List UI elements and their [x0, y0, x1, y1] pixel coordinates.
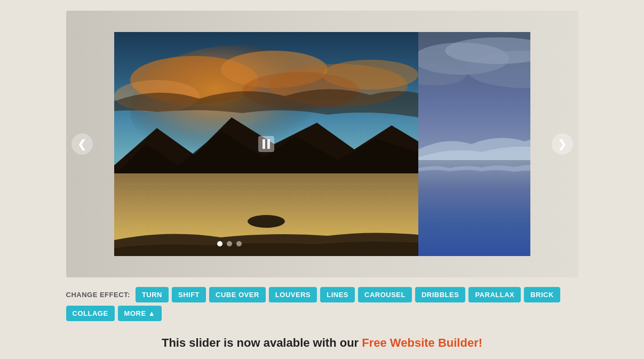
effect-carousel-button[interactable]: CAROUSEL: [358, 287, 412, 302]
effect-shift-button[interactable]: SHIFT: [172, 287, 206, 302]
effect-louvers-button[interactable]: LOUVERS: [269, 287, 317, 302]
prev-arrow[interactable]: ❮: [71, 133, 93, 155]
pause-icon: [263, 139, 270, 149]
effect-collage-button[interactable]: COLLAGE: [66, 306, 115, 321]
controls-bar: CHANGE EFFECT: TURN SHIFT CUBE OVER LOUV…: [66, 287, 578, 321]
slide-dots: [217, 241, 242, 246]
footer-text-before: This slider is now avalable with our: [162, 336, 362, 349]
page-wrapper: ❮: [0, 0, 644, 359]
dot-1[interactable]: [217, 241, 222, 246]
effect-cube-over-button[interactable]: CUBE OVER: [209, 287, 266, 302]
slider-outer: ❮: [66, 11, 578, 277]
effect-lines-button[interactable]: LINES: [320, 287, 355, 302]
effect-brick-button[interactable]: BRICK: [524, 287, 560, 302]
change-effect-label: CHANGE EFFECT:: [66, 291, 130, 299]
effect-more-button[interactable]: MORE ▲: [118, 306, 162, 321]
effect-parallax-button[interactable]: PARALLAX: [468, 287, 521, 302]
slide-main: [114, 32, 418, 256]
effect-dribbles-button[interactable]: DRIBBLES: [415, 287, 465, 302]
pause-button[interactable]: [258, 136, 274, 152]
footer-text: This slider is now avalable with our Fre…: [162, 336, 482, 350]
dot-3[interactable]: [236, 241, 242, 246]
footer-text-highlight: Free Website Builder!: [362, 336, 482, 349]
next-arrow[interactable]: ❯: [552, 133, 573, 155]
dot-2[interactable]: [227, 241, 232, 246]
svg-point-12: [248, 215, 285, 228]
slider-inner: [114, 32, 530, 256]
arctic-image: [418, 32, 530, 256]
slide-secondary: [418, 32, 530, 256]
effect-turn-button[interactable]: TURN: [136, 287, 169, 302]
